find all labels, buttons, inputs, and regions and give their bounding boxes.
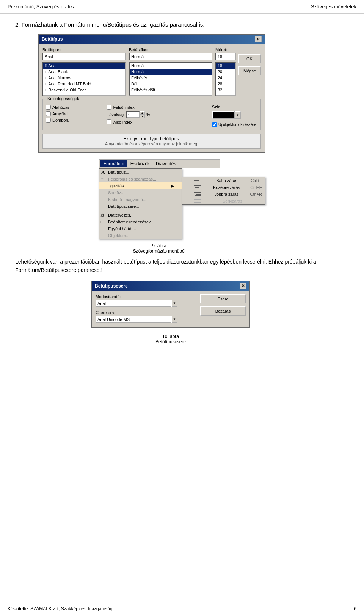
replace-dialog-body: Módosítandó: Arial ▼ Csere erre: Arial U…: [92, 291, 249, 327]
list-item[interactable]: T Arial Black: [43, 69, 125, 75]
font-listbox[interactable]: T Arial T Arial Black T Arial Narrow T A…: [42, 62, 126, 96]
list-item[interactable]: Félkövér: [130, 75, 212, 81]
checkbox-underline: Aláhúzás: [46, 105, 70, 110]
spinner-down[interactable]: ▼: [140, 115, 145, 118]
font-fields-grid: Betűtípus: Arial T Arial T Arial Black T…: [42, 47, 261, 96]
close-icon[interactable]: ✕: [240, 283, 246, 289]
size-input[interactable]: 18: [215, 53, 236, 60]
dropdown-item-layouts[interactable]: ⊞ Beépített elrendezések...: [99, 218, 182, 225]
subscript-label: Alsó index: [113, 120, 132, 124]
distance-row: Távolság: ▲ ▼ %: [107, 111, 175, 118]
ok-button[interactable]: OK: [238, 54, 261, 63]
color-swatch[interactable]: [212, 111, 235, 119]
dropdown-item-case[interactable]: Kisbetű - nagybetű...: [99, 196, 182, 203]
emboss-checkbox[interactable]: [46, 118, 51, 123]
dropdown-item-align[interactable]: Igazítás ▶: [99, 182, 182, 189]
list-item[interactable]: Normál: [130, 63, 212, 69]
cancel-button[interactable]: Mégse: [238, 66, 261, 75]
replace-value[interactable]: Arial Unicode MS: [96, 316, 171, 323]
close-button[interactable]: Bezárás: [200, 306, 246, 316]
footer-left: Készítette: SZÁMALK Zrt, Szakképzési Iga…: [8, 606, 113, 611]
list-item[interactable]: T Arial Narrow: [43, 75, 125, 81]
size-listbox[interactable]: 18 20 24 28 32: [215, 62, 236, 96]
style-column: Betűstílus: Normál Normál Normál Félkövé…: [129, 47, 212, 96]
menu-item-label: Betűtípuscsere...: [108, 204, 140, 209]
replace-caption-bottom: Betűtípuscsere: [91, 339, 250, 344]
superscript-checkbox[interactable]: [107, 105, 111, 110]
caption-top: 9. ábra: [99, 243, 220, 248]
color-dropdown-arrow[interactable]: ▼: [235, 111, 241, 119]
dropdown-item-background[interactable]: Egyéni háttér...: [99, 225, 182, 232]
dropdown-item-design[interactable]: 🖼 Diatervezés...: [99, 212, 182, 218]
superscript-label: Felső index: [113, 105, 134, 110]
checkbox-subscript: Alsó index: [107, 119, 175, 124]
list-item[interactable]: T Arial Rounded MT Bold: [43, 81, 125, 87]
distance-input[interactable]: [126, 111, 140, 118]
modify-value[interactable]: Arial: [96, 300, 171, 307]
style-input[interactable]: Normál: [129, 53, 212, 60]
menu-item-slideshow[interactable]: Diavetítés: [153, 160, 179, 167]
replace-button[interactable]: Csere: [200, 294, 246, 303]
dropdown-item-spacing[interactable]: Sorköz...: [99, 189, 182, 196]
shortcut: Ctrl+L: [251, 178, 262, 183]
menu-caption: 9. ábra Szövegformázás menüből: [99, 243, 220, 254]
shadow-checkbox[interactable]: [46, 111, 51, 116]
subscript-checkbox[interactable]: [107, 119, 111, 124]
modify-label: Módosítandó:: [96, 294, 197, 299]
list-item[interactable]: Normál: [130, 69, 212, 75]
new-objects-checkbox[interactable]: [212, 122, 217, 127]
list-item[interactable]: Félkövér dőlt: [130, 87, 212, 93]
submenu-item-right[interactable]: Jobbra zárás Ctrl+R: [182, 191, 265, 198]
font-dialog-buttons: OK Mégse: [238, 47, 261, 96]
list-item[interactable]: 32: [216, 87, 235, 93]
list-item[interactable]: Dőlt: [130, 81, 212, 87]
dropdown-item-list[interactable]: ≡ Felsorolás és számozás...: [99, 176, 182, 182]
submenu-item-left[interactable]: Balra zárás Ctrl+L: [182, 177, 265, 184]
page-header: Prezentáció, Szöveg és grafika Szöveges …: [0, 0, 364, 14]
dropdown-item-object[interactable]: Objektum...: [99, 232, 182, 239]
dropdown-item-fontreplace[interactable]: Betűtípuscsere...: [99, 203, 182, 210]
list-item[interactable]: T Arial: [43, 63, 125, 69]
list-item[interactable]: 28: [216, 81, 235, 87]
menu-bar: Formátum Eszközök Diavetítés: [99, 159, 220, 168]
font-dialog-title: Betűtípus: [42, 36, 63, 42]
menu-item-label: Felsorolás és számozás...: [108, 177, 156, 181]
checkbox-emboss: Domború: [46, 118, 70, 123]
spinner-up[interactable]: ▲: [140, 111, 145, 115]
font-input[interactable]: Arial: [42, 53, 126, 60]
distance-spinner[interactable]: ▲ ▼: [126, 111, 145, 118]
color-label: Szín:: [212, 105, 257, 109]
modify-combo[interactable]: Arial ▼: [96, 300, 197, 307]
replace-caption-top: 10. ábra: [91, 334, 250, 339]
font-label: Betűtípus:: [42, 47, 126, 52]
replace-combo[interactable]: Arial Unicode MS ▼: [96, 316, 197, 323]
list-item[interactable]: 18: [216, 63, 235, 69]
menu-item-label: Sorköz...: [108, 190, 124, 195]
list-item[interactable]: 20: [216, 69, 235, 75]
submenu-arrow: ▶: [171, 184, 174, 188]
submenu-item-center[interactable]: Középre zárás Ctrl+E: [182, 184, 265, 191]
font-dialog-body: Betűtípus: Arial T Arial T Arial Black T…: [39, 44, 265, 152]
main-content: 2. Formázhatunk a Formátum menü/Betűtípu…: [0, 14, 364, 356]
list-item[interactable]: T Baskerville Old Face: [43, 87, 125, 93]
page-footer: Készítette: SZÁMALK Zrt, Szakképzési Iga…: [0, 603, 364, 611]
new-objects-label: Új objektumok részére: [218, 123, 256, 127]
menu-item-tools[interactable]: Eszközök: [127, 160, 153, 167]
underline-checkbox[interactable]: [46, 105, 51, 110]
font-dialog: Betűtípus ✕ Betűtípus: Arial T Arial T A…: [38, 34, 265, 153]
distance-unit: %: [146, 112, 150, 117]
menu-item-format[interactable]: Formátum: [100, 160, 127, 167]
dropdown-item-font[interactable]: A Betűtípus...: [99, 169, 182, 176]
close-icon[interactable]: ✕: [255, 36, 262, 42]
submenu-item-justify[interactable]: Sorkizárás: [182, 198, 265, 204]
replace-dropdown-arrow[interactable]: ▼: [171, 316, 177, 323]
header-left: Prezentáció, Szöveg és grafika: [8, 4, 75, 9]
checkboxes-right: Felső index Távolság: ▲ ▼ %: [107, 105, 175, 127]
modify-dropdown-arrow[interactable]: ▼: [171, 300, 177, 307]
special-section-label: Különlegességek: [46, 96, 81, 101]
menu-item-label: Középre zárás: [213, 185, 240, 190]
style-listbox[interactable]: Normál Normál Félkövér Dőlt Félkövér dől…: [129, 62, 212, 96]
preview-text: Ez egy True Type betűtípus.: [45, 136, 258, 141]
list-item[interactable]: 24: [216, 75, 235, 81]
size-buttons-column: Méret: 18 18 20 24 28 32 OK: [215, 47, 261, 96]
